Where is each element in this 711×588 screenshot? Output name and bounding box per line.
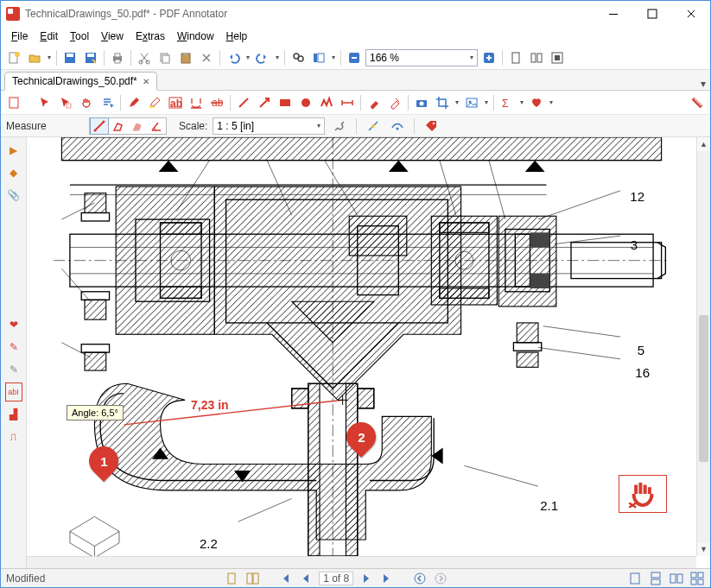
fullscreen-icon[interactable] [548, 48, 567, 67]
ruler-icon[interactable] [683, 89, 710, 116]
measure-distance-icon[interactable] [90, 117, 109, 135]
measure-angle-icon[interactable] [147, 117, 166, 135]
print-icon[interactable] [108, 48, 127, 67]
tab-close-icon[interactable]: ✕ [143, 77, 149, 86]
copy-icon[interactable] [156, 48, 175, 67]
page-outline-icon[interactable] [4, 93, 23, 112]
text-side-icon[interactable]: abI [5, 383, 22, 401]
heart-icon[interactable]: ❤ [3, 315, 24, 334]
drawing-viewport[interactable]: 12 3 5 16 2.1 2.2 7,23 in 1 2 Angle: 6,5… [27, 137, 696, 556]
menu-file[interactable]: File [6, 28, 33, 44]
horizontal-scrollbar[interactable] [27, 556, 696, 568]
zoom-in-icon[interactable] [479, 48, 498, 67]
save-as-icon[interactable] [81, 48, 100, 67]
circle-icon[interactable] [296, 93, 315, 112]
zoom-input[interactable]: 166 %▾ [365, 49, 478, 66]
minimize-button[interactable] [594, 1, 632, 27]
text-select-icon[interactable] [98, 93, 117, 112]
crop-icon[interactable] [433, 93, 452, 112]
bookmark-icon[interactable]: ▶ [3, 141, 24, 160]
sum-dropdown[interactable]: ▾ [518, 98, 525, 106]
menu-tool[interactable]: Tool [65, 28, 94, 44]
eraser-icon[interactable] [365, 93, 384, 112]
scale-input[interactable]: 1 : 5 [in]▾ [213, 117, 325, 135]
canvas[interactable]: 12 3 5 16 2.1 2.2 7,23 in 1 2 Angle: 6,5… [27, 137, 710, 568]
underline-icon[interactable] [187, 93, 206, 112]
pan-icon[interactable] [77, 93, 96, 112]
stamp-side-icon[interactable]: ▟ [3, 405, 24, 424]
text-tool-icon[interactable]: ab [166, 93, 185, 112]
arrow-icon[interactable] [255, 93, 274, 112]
menu-view[interactable]: View [96, 28, 129, 44]
favorite-dropdown[interactable]: ▾ [548, 98, 555, 106]
strikeout-icon[interactable]: ab [207, 93, 226, 112]
calibrate-icon[interactable] [388, 117, 407, 136]
menu-extras[interactable]: Extras [130, 28, 170, 44]
measure-area-icon[interactable] [128, 117, 147, 135]
scroll-thumb[interactable] [699, 315, 708, 462]
settings-icon[interactable] [330, 117, 349, 136]
menu-window[interactable]: Window [172, 28, 219, 44]
dimension-icon[interactable] [338, 93, 357, 112]
palm-mode-button[interactable] [619, 475, 667, 513]
redo-dropdown[interactable]: ▾ [274, 54, 281, 61]
find-icon[interactable] [289, 48, 308, 67]
next-page-icon[interactable] [359, 571, 374, 586]
sidebar-icon[interactable] [309, 48, 328, 67]
menu-help[interactable]: Help [221, 28, 253, 44]
close-button[interactable] [671, 1, 710, 27]
last-page-icon[interactable] [379, 571, 395, 586]
view-cont-icon[interactable] [648, 571, 663, 586]
camera-icon[interactable] [412, 93, 431, 112]
cut-icon[interactable] [135, 48, 154, 67]
view-two-icon[interactable] [669, 571, 684, 586]
pointer-icon[interactable] [35, 93, 54, 112]
maximize-button[interactable] [632, 1, 671, 27]
tabstrip-menu[interactable]: ▾ [696, 78, 710, 90]
measure-perimeter-icon[interactable] [109, 117, 128, 135]
open-icon[interactable] [25, 48, 44, 67]
tag-icon[interactable] [422, 117, 441, 136]
vertical-scrollbar[interactable]: ▲ ▼ [696, 137, 710, 556]
open-dropdown[interactable]: ▾ [46, 54, 53, 61]
highlighter-icon[interactable] [145, 93, 164, 112]
save-icon[interactable] [60, 48, 79, 67]
page-indicator[interactable]: 1 of 8 [319, 572, 353, 585]
lasso-select-icon[interactable] [56, 93, 75, 112]
prev-page-icon[interactable] [298, 571, 314, 586]
nav-back-icon[interactable] [412, 571, 428, 586]
view-grid-icon[interactable] [689, 571, 705, 586]
rectangle-icon[interactable] [276, 93, 295, 112]
delete-icon[interactable] [197, 48, 216, 67]
pen-alt-side-icon[interactable]: ✎ [3, 360, 24, 379]
line-icon[interactable] [234, 93, 253, 112]
zoom-out-icon[interactable] [345, 48, 364, 67]
layout-single-icon[interactable] [506, 48, 525, 67]
undo-dropdown[interactable]: ▾ [244, 54, 251, 61]
view-single-icon[interactable] [627, 571, 643, 586]
redo-icon[interactable] [253, 48, 272, 67]
snap-icon[interactable] [364, 117, 383, 136]
erase-all-icon[interactable] [385, 93, 404, 112]
stamp2-side-icon[interactable]: ⎍ [3, 427, 24, 446]
crop-dropdown[interactable]: ▾ [454, 98, 460, 106]
undo-icon[interactable] [224, 48, 243, 67]
paste-icon[interactable] [176, 48, 195, 67]
first-page-icon[interactable] [277, 571, 293, 586]
image-icon[interactable] [462, 93, 481, 112]
pen-side-icon[interactable]: ✎ [3, 338, 24, 357]
image-dropdown[interactable]: ▾ [483, 98, 490, 106]
new-doc-icon[interactable] [4, 48, 23, 67]
polyline-icon[interactable] [317, 93, 336, 112]
layout-two-icon[interactable] [527, 48, 546, 67]
sidebar-dropdown[interactable]: ▾ [330, 54, 337, 61]
tab-active[interactable]: TechnicalDrawings_50.pdf* ✕ [4, 72, 157, 91]
bookmark2-icon[interactable]: ◆ [3, 163, 24, 182]
pen-icon[interactable] [124, 93, 143, 112]
menu-edit[interactable]: Edit [35, 28, 63, 44]
attachment-icon[interactable]: 📎 [3, 186, 24, 205]
scroll-up-icon[interactable]: ▲ [697, 137, 710, 151]
page-multi-icon[interactable] [244, 571, 260, 586]
scroll-down-icon[interactable]: ▼ [697, 542, 710, 556]
sum-icon[interactable]: Σ [498, 93, 517, 112]
